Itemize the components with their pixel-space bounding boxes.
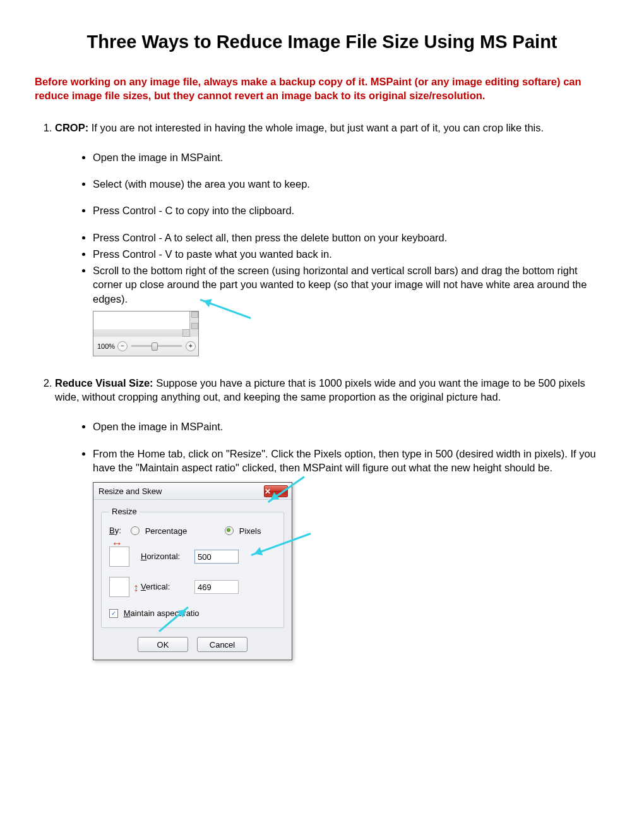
arrow-horiz-icon: ↔	[111, 536, 122, 551]
step-2-bullet-2: From the Home tab, click on "Resize". Cl…	[93, 447, 609, 661]
status-bar: 100% − +	[93, 337, 198, 356]
radio-checked-icon	[225, 526, 234, 535]
checkbox-checked-icon: ✓	[109, 609, 118, 618]
dialog-title-bar: Resize and Skew ✕	[93, 483, 292, 500]
step-1-heading-bold: CROP:	[55, 122, 88, 133]
zoom-thumbnail-wrap: 100% − +	[93, 311, 251, 358]
step-2-bullet-2-text: From the Home tab, click on "Resize". Cl…	[93, 448, 596, 473]
zoom-percent-label: 100%	[97, 342, 115, 351]
pixels-radio[interactable]: Pixels	[225, 525, 261, 536]
resize-group: Resize By: Percentage	[101, 506, 284, 628]
cancel-button[interactable]: Cancel	[197, 637, 247, 652]
step-1-bullet-6: Scroll to the bottom right of the screen…	[93, 263, 609, 358]
aspect-ratio-row: ✓ Maintain aspect ratio	[109, 607, 276, 619]
step-1-bullet-1: Open the image in MSPaint.	[93, 150, 609, 164]
step-1-heading-rest: If you are not interested in having the …	[88, 122, 544, 133]
dialog-title-text: Resize and Skew	[98, 486, 264, 497]
dialog-button-row: OK Cancel	[101, 637, 284, 652]
percentage-label: Percentage	[145, 526, 188, 536]
step-1-bullet-2: Select (with mouse) the area you want to…	[93, 177, 609, 191]
vertical-resize-icon: ↕	[109, 577, 129, 597]
step-1-bullet-3: Press Control - C to copy into the clipb…	[93, 203, 609, 217]
resize-legend: Resize	[109, 506, 140, 517]
zoom-in-icon: +	[186, 341, 196, 351]
zoom-slider-track	[131, 345, 182, 347]
zoom-slider-thumb	[152, 342, 158, 351]
percentage-radio[interactable]: Percentage	[131, 525, 187, 536]
resize-skew-dialog: Resize and Skew ✕ Resize By:	[93, 482, 292, 660]
step-2-heading-bold: Reduce Visual Size:	[55, 377, 153, 389]
vertical-row: ↕ Vertical:	[109, 577, 276, 597]
step-1-heading: CROP: If you are not interested in havin…	[55, 121, 609, 135]
dialog-body: Resize By: Percentage	[93, 500, 292, 660]
horizontal-input[interactable]	[194, 550, 239, 564]
vertical-label: Vertical:	[141, 581, 194, 593]
vertical-input[interactable]	[194, 580, 239, 594]
radio-unchecked-icon	[131, 526, 140, 535]
step-1-bullet-5: Press Control - V to paste what you want…	[93, 247, 609, 261]
by-label: By:	[109, 525, 131, 536]
step-2-bullets: Open the image in MSPaint. From the Home…	[55, 420, 609, 660]
resize-dialog-wrap: Resize and Skew ✕ Resize By:	[93, 482, 333, 660]
step-1-bullet-6-text: Scroll to the bottom right of the screen…	[93, 265, 587, 305]
annotation-arrow-icon	[200, 299, 251, 319]
pixels-label: Pixels	[239, 526, 261, 536]
zoom-thumbnail: 100% − +	[93, 311, 199, 356]
by-row: By: Percentage Pixels	[109, 525, 276, 536]
step-2-bullet-1: Open the image in MSPaint.	[93, 420, 609, 433]
vertical-scrollbar-icon	[190, 311, 198, 330]
page-title: Three Ways to Reduce Image File Size Usi…	[35, 32, 609, 52]
zoom-thumb-canvas	[93, 311, 190, 330]
step-1-bullets: Open the image in MSPaint. Select (with …	[55, 150, 609, 358]
step-1: CROP: If you are not interested in havin…	[55, 121, 609, 358]
step-1-bullet-4: Press Control - A to select all, then pr…	[93, 231, 609, 245]
step-2-heading: Reduce Visual Size: Suppose you have a p…	[55, 376, 609, 404]
horizontal-label: Horizontal:	[141, 551, 194, 562]
ok-button[interactable]: OK	[138, 637, 188, 652]
step-2: Reduce Visual Size: Suppose you have a p…	[55, 376, 609, 661]
horizontal-resize-icon: ↔	[109, 547, 129, 567]
document-page: Three Ways to Reduce Image File Size Usi…	[0, 0, 644, 710]
main-ordered-list: CROP: If you are not interested in havin…	[35, 121, 609, 661]
arrow-vert-icon: ↕	[133, 580, 139, 595]
zoom-out-icon: −	[117, 341, 128, 351]
warning-paragraph: Before working on any image file, always…	[35, 75, 609, 103]
